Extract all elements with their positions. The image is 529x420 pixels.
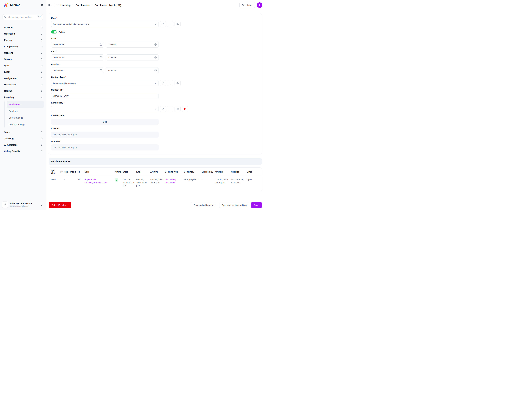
sidebar-item-partner[interactable]: Partner xyxy=(0,37,46,43)
sidebar-item-enrollments[interactable]: Enrollments xyxy=(7,101,44,108)
content-id-input[interactable] xyxy=(51,93,159,99)
main: Learning Enrollments Enrollment object (… xyxy=(46,0,264,210)
cell-detail-link[interactable]: Open xyxy=(247,178,252,181)
pencil-icon xyxy=(162,23,164,25)
sidebar-item-learning[interactable]: Learning xyxy=(0,94,46,100)
enrollment-form: User* Super Admin <admin@example.com> Ac… xyxy=(49,13,262,154)
sidebar-collapse-icon[interactable] xyxy=(41,4,43,7)
chevron-right-icon xyxy=(41,77,43,79)
field-end: End* xyxy=(51,50,259,60)
chevron-down-icon xyxy=(41,96,43,98)
chevron-right-icon xyxy=(41,84,43,86)
save-button[interactable]: Save xyxy=(251,202,262,208)
enrolled-by-view-button[interactable] xyxy=(174,106,181,112)
required-mark: * xyxy=(65,76,66,79)
content-edit-button[interactable]: Edit xyxy=(51,119,159,125)
cell-content-type-link[interactable]: Discussion | Discussion xyxy=(165,178,176,184)
brand: Minima xyxy=(3,3,20,7)
sidebar-item-assignment[interactable]: Assignment xyxy=(0,75,46,81)
cell-user-link[interactable]: Super Admin <admin@example.com> xyxy=(85,178,107,184)
user-add-button[interactable] xyxy=(167,21,173,27)
trash-icon xyxy=(184,108,186,110)
content-type-select[interactable]: Discussion | Discussion xyxy=(51,80,159,86)
field-content-type: Content Type* Discussion | Discussion xyxy=(51,76,259,86)
chevron-right-icon xyxy=(41,58,43,60)
sidebar-item-course[interactable]: Course xyxy=(0,88,46,94)
sidebar-item-user-catalogs[interactable]: User Catalogs xyxy=(7,114,44,121)
archive-time-input[interactable] xyxy=(106,67,159,73)
cell-pgh-context: - xyxy=(64,176,78,191)
table-header-row: Pgh label ? Pgh context Id User Active S… xyxy=(49,168,262,176)
user-select[interactable]: Super Admin <admin@example.com> xyxy=(51,21,159,27)
end-date-input[interactable] xyxy=(51,54,104,60)
content-type-edit-button[interactable] xyxy=(160,80,166,86)
help-icon[interactable]: ? xyxy=(60,170,63,173)
sidebar-item-discussion[interactable]: Discussion xyxy=(0,81,46,88)
chevron-right-icon xyxy=(41,39,43,41)
archive-date-input[interactable] xyxy=(51,67,104,73)
chevron-right-icon xyxy=(41,65,43,67)
field-user: User* Super Admin <admin@example.com> xyxy=(51,16,259,27)
sidebar-item-tracking[interactable]: Tracking xyxy=(0,135,46,142)
chevron-right-icon xyxy=(41,33,43,35)
footer-actions: Delete Enrollment Save and add another S… xyxy=(46,200,264,210)
save-continue-button[interactable]: Save and continue editing xyxy=(219,202,249,208)
sidebar-item-store[interactable]: Store xyxy=(0,129,46,135)
cell-end: Feb. 15, 2026, 10:16 p.m. xyxy=(136,176,150,191)
eye-icon xyxy=(176,108,179,110)
save-add-another-button[interactable]: Save and add another xyxy=(191,202,217,208)
field-enrolled-by: Enrolled By* xyxy=(51,101,259,112)
user-name: admin@example.com xyxy=(10,202,39,205)
sidebar-toggle-icon[interactable] xyxy=(48,3,52,7)
delete-enrollment-button[interactable]: Delete Enrollment xyxy=(49,202,71,208)
sidebar-item-survey[interactable]: Survey xyxy=(0,56,46,62)
required-mark: * xyxy=(63,88,63,92)
required-mark: * xyxy=(56,50,57,53)
active-label: Active xyxy=(59,31,65,33)
sidebar-item-content[interactable]: Content xyxy=(0,50,46,56)
events-title: Enrollment events xyxy=(51,160,70,163)
sidebar-item-exam[interactable]: Exam xyxy=(0,69,46,75)
add-button[interactable] xyxy=(257,2,262,8)
sidebar-item-celery-results[interactable]: Celery Results xyxy=(0,148,46,154)
search-shortcut-badge: ⌘K xyxy=(37,15,42,18)
end-time-input[interactable] xyxy=(106,54,159,60)
content-type-add-button[interactable] xyxy=(167,80,173,86)
sidebar-item-quiz[interactable]: Quiz xyxy=(0,62,46,69)
back-arrow-icon[interactable] xyxy=(56,4,59,7)
user-view-button[interactable] xyxy=(174,21,181,27)
start-time-input[interactable] xyxy=(106,41,159,48)
enrolled-by-edit-button[interactable] xyxy=(160,106,166,112)
user-edit-button[interactable] xyxy=(160,21,166,27)
field-modified: Modified Jan. 16, 2026, 10:16 p.m. xyxy=(51,140,259,150)
eye-icon xyxy=(176,23,179,26)
breadcrumb-learning[interactable]: Learning xyxy=(60,4,70,7)
content: User* Super Admin <admin@example.com> Ac… xyxy=(46,10,264,200)
enrolled-by-add-button[interactable] xyxy=(167,106,173,112)
content-type-view-button[interactable] xyxy=(174,80,181,86)
sidebar-item-ai-assistant[interactable]: AI Assistant xyxy=(0,142,46,148)
enrolled-by-delete-button[interactable] xyxy=(182,106,188,112)
history-icon xyxy=(242,4,245,7)
sidebar-item-operation[interactable]: Operation xyxy=(0,31,46,37)
brand-logo-icon xyxy=(3,3,9,7)
chevron-right-icon xyxy=(41,131,43,133)
enrolled-by-select[interactable] xyxy=(51,106,159,112)
history-button[interactable]: History xyxy=(239,2,255,8)
breadcrumb-current: Enrollment object (161) xyxy=(95,4,121,7)
breadcrumb-enrollments[interactable]: Enrollments xyxy=(76,4,90,7)
chevron-down-icon xyxy=(155,23,157,25)
field-start: Start* xyxy=(51,37,259,48)
active-toggle[interactable] xyxy=(51,30,57,33)
start-date-input[interactable] xyxy=(51,41,104,48)
sidebar-item-account[interactable]: Account xyxy=(0,24,46,31)
sidebar-item-cohort-catalogs[interactable]: Cohort Catalogs xyxy=(7,121,44,128)
chevron-down-icon xyxy=(155,82,157,84)
sidebar-item-competency[interactable]: Competency xyxy=(0,43,46,50)
brand-name: Minima xyxy=(10,3,20,7)
sidebar-item-catalogs[interactable]: Catalogs xyxy=(7,108,44,114)
chevron-right-icon xyxy=(41,27,43,28)
avatar xyxy=(2,202,8,208)
sidebar-user-menu[interactable]: admin@example.com admin@example.com xyxy=(1,201,44,208)
eye-icon xyxy=(176,82,179,85)
